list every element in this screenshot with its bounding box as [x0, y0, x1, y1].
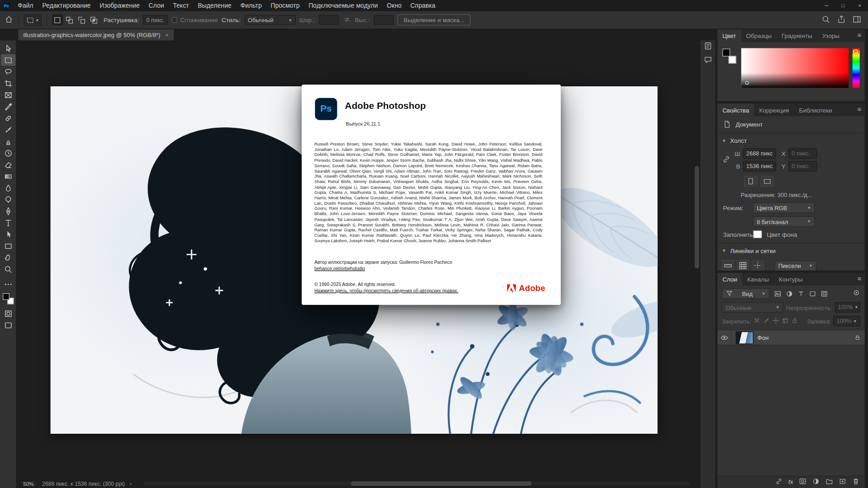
path-selection-tool[interactable]: [1, 229, 15, 240]
subtract-from-selection-icon[interactable]: [76, 14, 87, 25]
style-select[interactable]: Обычный ▼: [245, 15, 296, 25]
menu-plugins[interactable]: Подключаемые модули: [304, 0, 382, 11]
vertical-scrollbar[interactable]: [695, 40, 699, 479]
add-mask-icon[interactable]: [799, 477, 807, 487]
portrait-orientation-icon[interactable]: [744, 176, 757, 186]
filter-toggle-icon[interactable]: [853, 289, 860, 299]
add-to-selection-icon[interactable]: [64, 14, 75, 25]
new-selection-icon[interactable]: [52, 14, 63, 25]
lock-position-icon[interactable]: [772, 316, 779, 326]
clone-stamp-tool[interactable]: [1, 136, 15, 147]
dodge-tool[interactable]: [1, 194, 15, 206]
color-field[interactable]: [741, 48, 849, 88]
select-and-mask-button[interactable]: Выделение и маска...: [397, 14, 471, 25]
gradient-tool[interactable]: [1, 170, 15, 182]
lock-all-icon[interactable]: [791, 316, 798, 326]
close-button[interactable]: ×: [851, 0, 868, 11]
fill-color-swatch[interactable]: [753, 230, 762, 238]
tab-paths[interactable]: Контуры: [774, 273, 808, 286]
bit-depth-select[interactable]: 8 бит/канал ▼: [753, 216, 815, 227]
move-tool[interactable]: [1, 42, 15, 54]
fill-field[interactable]: 100% ▼: [833, 316, 860, 326]
panel-menu-icon[interactable]: ≡: [858, 29, 862, 42]
lock-transparency-icon[interactable]: [754, 316, 761, 326]
menu-image[interactable]: Изображение: [95, 0, 144, 11]
comments-panel-icon[interactable]: [702, 54, 714, 66]
document-tab[interactable]: illustration-graphics-watercolor.jpeg @ …: [18, 29, 174, 40]
quick-mask-icon[interactable]: [1, 308, 15, 319]
lasso-tool[interactable]: [1, 66, 15, 78]
panel-menu-icon[interactable]: ≡: [858, 273, 862, 286]
hue-slider[interactable]: [853, 48, 860, 88]
frame-tool[interactable]: [1, 89, 15, 101]
canvas-x-field[interactable]: 0 пикс.: [788, 148, 817, 159]
grid-icon[interactable]: [737, 260, 749, 271]
canvas-width-field[interactable]: 2688 пикс: [743, 148, 776, 159]
pen-tool[interactable]: [1, 205, 15, 217]
color-picker-marker[interactable]: [745, 81, 749, 85]
artwork-link[interactable]: behance.net/orbehstudio: [315, 266, 365, 271]
search-icon[interactable]: [821, 15, 830, 25]
rulers-section-header[interactable]: ▼ Линейки и сетки: [717, 244, 865, 258]
menu-filter[interactable]: Фильтр: [236, 0, 266, 11]
tab-swatches[interactable]: Образцы: [741, 29, 777, 42]
layer-visibility-icon[interactable]: [717, 330, 732, 345]
tab-patterns[interactable]: Узоры: [817, 29, 845, 42]
new-layer-icon[interactable]: [839, 477, 846, 487]
ruler-icon[interactable]: [722, 260, 734, 271]
tab-libraries[interactable]: Библиотеки: [794, 103, 837, 116]
status-flyout-icon[interactable]: ›: [130, 480, 132, 486]
copyright-link[interactable]: Нажмите здесь, чтобы просмотреть сведени…: [315, 288, 458, 293]
history-brush-tool[interactable]: [1, 147, 15, 159]
link-layers-icon[interactable]: [775, 477, 783, 487]
landscape-orientation-icon[interactable]: [760, 176, 774, 186]
layer-row-background[interactable]: Фон: [717, 330, 865, 345]
menu-file[interactable]: Файл: [13, 0, 38, 11]
tab-layers[interactable]: Слои: [717, 273, 742, 286]
blend-mode-select[interactable]: Обычные ▼: [722, 302, 783, 313]
intersect-selection-icon[interactable]: [89, 14, 99, 25]
tool-preset-dropdown[interactable]: ▼: [24, 14, 42, 26]
menu-type[interactable]: Текст: [169, 0, 193, 11]
opacity-field[interactable]: 100% ▼: [835, 302, 860, 313]
adjustment-layer-icon[interactable]: [812, 477, 820, 487]
lock-pixels-icon[interactable]: [763, 316, 770, 326]
feather-input[interactable]: 0 пикс.: [143, 15, 168, 25]
menu-select[interactable]: Выделение: [193, 0, 236, 11]
menu-help[interactable]: Справка: [406, 0, 440, 11]
zoom-tool[interactable]: [1, 263, 15, 275]
tab-color[interactable]: Цвет: [717, 29, 741, 42]
tab-close-icon[interactable]: ×: [165, 32, 169, 38]
canvas-y-field[interactable]: 0 пикс.: [788, 161, 817, 171]
tab-channels[interactable]: Каналы: [742, 273, 774, 286]
edit-toolbar-icon[interactable]: [1, 278, 15, 290]
lock-artboard-icon[interactable]: [782, 316, 789, 326]
shape-tool[interactable]: [1, 240, 15, 252]
hand-tool[interactable]: [1, 252, 15, 263]
canvas-section-header[interactable]: ▼ Холст: [717, 133, 865, 148]
link-dimensions-icon[interactable]: [722, 155, 731, 165]
history-panel-icon[interactable]: [702, 40, 714, 52]
menu-layers[interactable]: Слои: [144, 0, 169, 11]
home-icon[interactable]: [5, 15, 14, 25]
canvas-height-field[interactable]: 1536 пикс: [743, 161, 776, 171]
type-tool[interactable]: [1, 217, 15, 229]
smart-object-filter-icon[interactable]: [819, 289, 829, 298]
antialias-checkbox[interactable]: Сглаживание: [172, 17, 218, 23]
tab-adjustments[interactable]: Коррекция: [754, 103, 794, 116]
maximize-button[interactable]: □: [835, 0, 852, 11]
background-color-swatch[interactable]: [728, 56, 736, 64]
height-input[interactable]: [374, 15, 394, 25]
share-icon[interactable]: [837, 15, 846, 25]
guides-icon[interactable]: [752, 260, 764, 271]
foreground-color-swatch[interactable]: [722, 49, 730, 56]
eraser-tool[interactable]: [1, 159, 15, 170]
foreground-background-swatches[interactable]: [722, 48, 737, 65]
type-layer-filter-icon[interactable]: [796, 289, 806, 298]
menu-edit[interactable]: Редактирование: [38, 0, 95, 11]
blur-tool[interactable]: [1, 182, 15, 194]
brush-tool[interactable]: [1, 124, 15, 136]
menu-window[interactable]: Окно: [382, 0, 406, 11]
tab-properties[interactable]: Свойства: [717, 103, 754, 116]
color-mode-select[interactable]: Цвета RGB ▼: [753, 202, 815, 213]
